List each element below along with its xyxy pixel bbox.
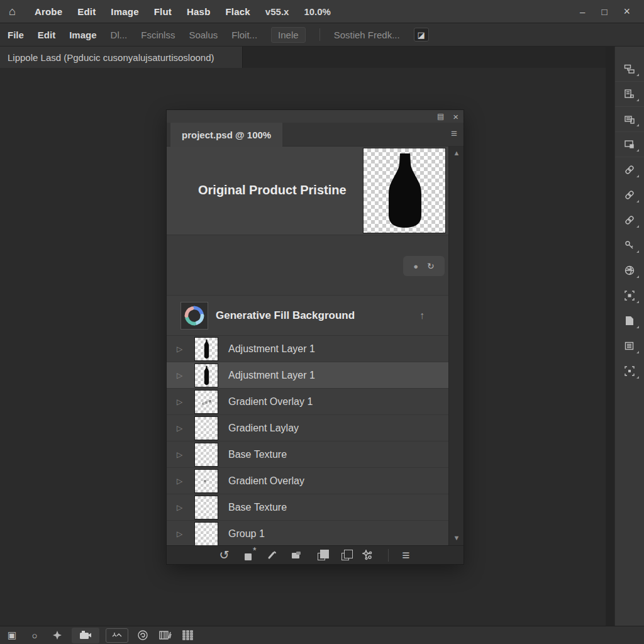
preview-section: Original Product Pristine <box>167 147 448 235</box>
layers-merge-icon[interactable] <box>290 549 303 562</box>
sync-icon[interactable]: ↺ <box>218 549 231 562</box>
link-tool-icon-3[interactable] <box>615 208 644 233</box>
image-preview-icon[interactable] <box>106 628 128 643</box>
key-tool-icon[interactable] <box>615 233 644 258</box>
menu-floit[interactable]: Floit... <box>231 30 257 40</box>
layer-row-group-1[interactable]: ▷ Group 1 <box>167 521 448 545</box>
menu-image-2[interactable]: Image <box>69 30 96 40</box>
panel-menu-icon[interactable]: ≡ <box>451 128 457 140</box>
menu-fscinlss[interactable]: Fscinlss <box>141 30 175 40</box>
layer-row-gradient-laylay[interactable]: ▷ Gradient Laylay <box>167 415 448 441</box>
nodes-tool-icon[interactable] <box>615 57 644 82</box>
search-field[interactable]: Sostieh Fredk... <box>334 30 400 40</box>
new-layer-star-icon[interactable] <box>242 549 255 562</box>
version-label: v55.x <box>265 6 289 17</box>
expand-arrow-icon[interactable]: ▷ <box>177 477 182 486</box>
expand-arrow-icon[interactable]: ▷ <box>177 371 182 380</box>
menu-arobe[interactable]: Arobe <box>35 6 62 17</box>
grid-dots-icon[interactable] <box>180 628 196 643</box>
menubar-divider <box>319 28 320 41</box>
layer-thumbnail[interactable] <box>194 469 218 493</box>
generative-fill-row[interactable]: Generative Fill Background ↑ <box>167 296 448 336</box>
menu-flack[interactable]: Flack <box>226 6 250 17</box>
layer-thumbnail[interactable] <box>194 390 218 414</box>
link-tool-icon-2[interactable] <box>615 182 644 208</box>
panel-tab[interactable]: project.psd @ 100% <box>170 123 282 147</box>
panel-minimize-icon[interactable]: ▤ <box>437 113 444 120</box>
panel-bottom-toolbar: ↺ ≡ <box>167 545 464 564</box>
layer-thumbnail[interactable] <box>194 337 218 361</box>
menu-dl[interactable]: Dl... <box>111 30 128 40</box>
layer-thumbnail[interactable] <box>194 496 218 519</box>
layer-row-base-texture-1[interactable]: ▷ Base Texture <box>167 441 448 468</box>
maximize-icon[interactable]: □ <box>601 6 607 17</box>
menu-soalus[interactable]: Soalus <box>189 30 218 40</box>
layer-row-adjustment-1[interactable]: ▷ Adjustment Layer 1 <box>167 336 448 362</box>
sparkle-icon[interactable] <box>362 549 374 562</box>
layer-row-gradient-overlay-2[interactable]: ▷ Gradient Overlay <box>167 468 448 494</box>
status-pill[interactable]: ● ↻ <box>403 256 445 276</box>
workspace-icon[interactable]: ◪ <box>414 28 429 42</box>
expand-arrow-icon[interactable]: ▷ <box>177 530 182 538</box>
layer-thumbnail[interactable] <box>194 443 218 467</box>
menu-hasb[interactable]: Hasb <box>187 6 210 17</box>
menu-edit[interactable]: Edit <box>77 6 96 17</box>
filmstrip-icon[interactable] <box>157 628 174 643</box>
menu-file[interactable]: File <box>8 30 24 40</box>
page-tool-icon[interactable] <box>615 308 644 333</box>
panel-scrollbar[interactable]: ▲ ▼ <box>448 147 464 545</box>
promote-up-icon[interactable]: ↑ <box>419 310 425 321</box>
panels-tool-icon[interactable] <box>615 82 644 107</box>
status-section: ● ↻ <box>167 235 448 296</box>
minimize-icon[interactable]: – <box>580 6 585 17</box>
layer-name: Group 1 <box>228 528 265 540</box>
preview-title: Original Product Pristine <box>198 183 347 197</box>
home-icon[interactable]: ⌂ <box>9 5 16 18</box>
layer-thumbnail[interactable] <box>194 416 218 440</box>
canvas-tool-icon[interactable] <box>615 132 644 157</box>
camera-button[interactable] <box>72 628 99 643</box>
layer-thumbnail[interactable] <box>194 522 218 545</box>
paragraph-tool-icon[interactable] <box>615 333 644 358</box>
frame-select-tool-icon[interactable] <box>615 283 644 308</box>
close-icon[interactable]: × <box>623 5 630 18</box>
artboard-icon[interactable]: ▣ <box>4 628 20 643</box>
expand-arrow-icon[interactable]: ▷ <box>177 397 182 406</box>
print-tool-icon[interactable] <box>615 107 644 132</box>
status-dot-icon: ● <box>413 262 418 270</box>
menu-edit-2[interactable]: Edit <box>38 30 55 40</box>
globe-tool-icon[interactable] <box>615 258 644 283</box>
expand-arrow-icon[interactable]: ▷ <box>177 450 182 459</box>
frame-select-tool-icon-2[interactable] <box>615 358 644 384</box>
document-tab-bar: Lippole Lasd (Pgducic cusonyalujsaturtis… <box>0 47 644 68</box>
layer-name: Base Texture <box>228 449 287 460</box>
navigate-star-icon[interactable] <box>49 628 65 643</box>
menu-inele[interactable]: Inele <box>271 27 306 43</box>
menu-flut[interactable]: Flut <box>154 6 172 17</box>
refresh-icon[interactable]: ↻ <box>427 262 435 270</box>
duplicate-layer-icon[interactable] <box>338 549 350 562</box>
circle-tool-icon[interactable]: ○ <box>26 628 43 643</box>
titlebar: ⌂ Arobe Edit Image Flut Hasb Flack v55.x… <box>0 0 644 23</box>
panel-close-icon[interactable]: × <box>453 112 458 121</box>
expand-arrow-icon[interactable]: ▷ <box>177 503 182 512</box>
layer-row-gradient-overlay-1[interactable]: ▷ Gradient Overlay 1 <box>167 389 448 415</box>
menubar: File Edit Image Dl... Fscinlss Soalus Fl… <box>0 23 644 47</box>
expand-arrow-icon[interactable]: ▷ <box>177 424 182 433</box>
bottom-toolbar: ▣ ○ <box>0 626 644 644</box>
rotate-view-icon[interactable] <box>135 628 151 643</box>
document-tab[interactable]: Lippole Lasd (Pgducic cusonyalujsaturtis… <box>0 47 243 68</box>
scroll-down-icon[interactable]: ▼ <box>449 534 464 541</box>
scroll-up-icon[interactable]: ▲ <box>449 149 464 157</box>
menu-image[interactable]: Image <box>111 6 138 17</box>
layer-row-base-texture-2[interactable]: ▷ Base Texture <box>167 494 448 521</box>
layer-row-adjustment-2-selected[interactable]: ▷ Adjustment Layer 1 <box>167 362 448 389</box>
panel-options-menu-icon[interactable]: ≡ <box>400 549 413 562</box>
pen-icon[interactable] <box>266 549 279 562</box>
link-tool-icon[interactable] <box>615 157 644 182</box>
product-preview-thumbnail[interactable] <box>363 148 446 233</box>
copy-layer-icon[interactable] <box>314 549 326 562</box>
expand-arrow-icon[interactable]: ▷ <box>177 345 182 353</box>
layer-thumbnail[interactable] <box>194 364 218 387</box>
panel-header: ▤ × <box>167 110 464 123</box>
